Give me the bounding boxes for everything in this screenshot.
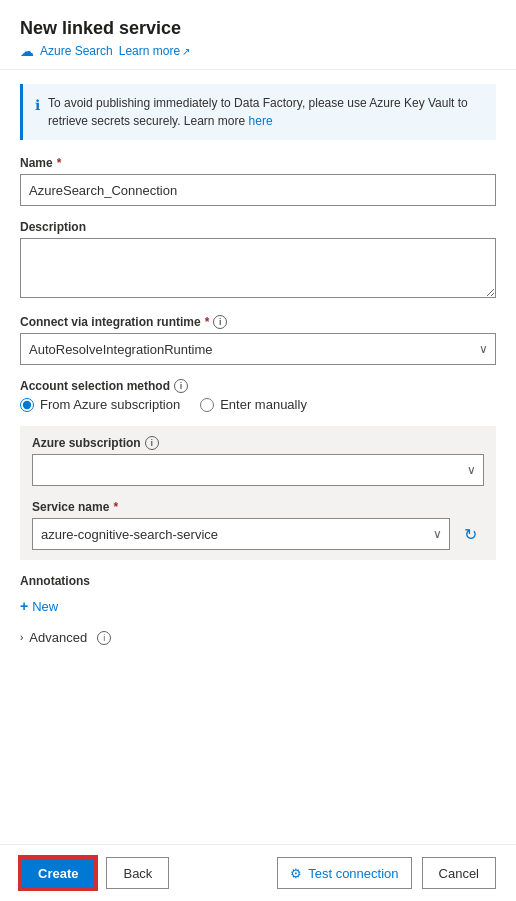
azure-subscription-info-icon[interactable]: i bbox=[145, 436, 159, 450]
advanced-section[interactable]: › Advanced i bbox=[20, 630, 496, 645]
advanced-info-icon[interactable]: i bbox=[97, 631, 111, 645]
radio-from-azure-input[interactable] bbox=[20, 398, 34, 412]
description-textarea[interactable] bbox=[20, 238, 496, 298]
service-name-select-wrapper: azure-cognitive-search-service ∨ bbox=[32, 518, 450, 550]
annotations-label: Annotations bbox=[20, 574, 496, 588]
service-name-row: azure-cognitive-search-service ∨ ↻ bbox=[32, 518, 484, 550]
azure-subscription-label: Azure subscription i bbox=[32, 436, 484, 450]
plus-icon: + bbox=[20, 598, 28, 614]
new-linked-service-panel: New linked service ☁ Azure Search Learn … bbox=[0, 0, 516, 901]
panel-content: ℹ To avoid publishing immediately to Dat… bbox=[0, 70, 516, 901]
name-input[interactable] bbox=[20, 174, 496, 206]
radio-enter-manually[interactable]: Enter manually bbox=[200, 397, 307, 412]
service-name-select[interactable]: azure-cognitive-search-service bbox=[32, 518, 450, 550]
advanced-chevron-icon: › bbox=[20, 632, 23, 643]
runtime-info-icon[interactable]: i bbox=[213, 315, 227, 329]
cloud-icon: ☁ bbox=[20, 43, 34, 59]
back-button[interactable]: Back bbox=[106, 857, 169, 889]
annotations-group: Annotations + New bbox=[20, 574, 496, 616]
service-name-required-star: * bbox=[113, 500, 118, 514]
service-name-refresh-button[interactable]: ↻ bbox=[456, 518, 484, 550]
runtime-field-group: Connect via integration runtime * i Auto… bbox=[20, 315, 496, 365]
cancel-button[interactable]: Cancel bbox=[422, 857, 496, 889]
name-field-group: Name * bbox=[20, 156, 496, 206]
azure-subscription-group: Azure subscription i ∨ bbox=[32, 436, 484, 486]
add-annotation-button[interactable]: + New bbox=[20, 596, 58, 616]
description-field-group: Description bbox=[20, 220, 496, 301]
info-banner-icon: ℹ bbox=[35, 95, 40, 116]
service-name-label: Service name * bbox=[32, 500, 484, 514]
create-button[interactable]: Create bbox=[20, 857, 96, 889]
runtime-required-star: * bbox=[205, 315, 210, 329]
azure-subscription-select[interactable] bbox=[32, 454, 484, 486]
runtime-label: Connect via integration runtime * i bbox=[20, 315, 496, 329]
azure-subscription-select-wrapper: ∨ bbox=[32, 454, 484, 486]
external-link-icon: ↗ bbox=[182, 46, 190, 57]
radio-enter-manually-input[interactable] bbox=[200, 398, 214, 412]
advanced-label: Advanced bbox=[29, 630, 87, 645]
test-connection-button[interactable]: ⚙ Test connection bbox=[277, 857, 411, 889]
name-label: Name * bbox=[20, 156, 496, 170]
service-name-group: Service name * azure-cognitive-search-se… bbox=[32, 500, 484, 550]
info-banner-text: To avoid publishing immediately to Data … bbox=[48, 94, 484, 130]
runtime-select-wrapper: AutoResolveIntegrationRuntime ∨ bbox=[20, 333, 496, 365]
account-method-label: Account selection method i bbox=[20, 379, 496, 393]
test-connection-icon: ⚙ bbox=[290, 866, 302, 881]
panel-title: New linked service bbox=[20, 18, 496, 39]
info-banner-link[interactable]: here bbox=[249, 114, 273, 128]
account-method-group: Account selection method i From Azure su… bbox=[20, 379, 496, 412]
azure-search-label: Azure Search bbox=[40, 44, 113, 58]
name-required-star: * bbox=[57, 156, 62, 170]
account-method-info-icon[interactable]: i bbox=[174, 379, 188, 393]
account-section: Azure subscription i ∨ Service name * bbox=[20, 426, 496, 560]
account-method-radio-group: From Azure subscription Enter manually bbox=[20, 397, 496, 412]
runtime-select[interactable]: AutoResolveIntegrationRuntime bbox=[20, 333, 496, 365]
panel-header: New linked service ☁ Azure Search Learn … bbox=[0, 0, 516, 70]
panel-subtitle: ☁ Azure Search Learn more ↗ bbox=[20, 43, 496, 59]
info-banner: ℹ To avoid publishing immediately to Dat… bbox=[20, 84, 496, 140]
panel-footer: Create Back ⚙ Test connection Cancel bbox=[0, 844, 516, 901]
radio-from-azure[interactable]: From Azure subscription bbox=[20, 397, 180, 412]
learn-more-link[interactable]: Learn more ↗ bbox=[119, 44, 190, 58]
description-label: Description bbox=[20, 220, 496, 234]
